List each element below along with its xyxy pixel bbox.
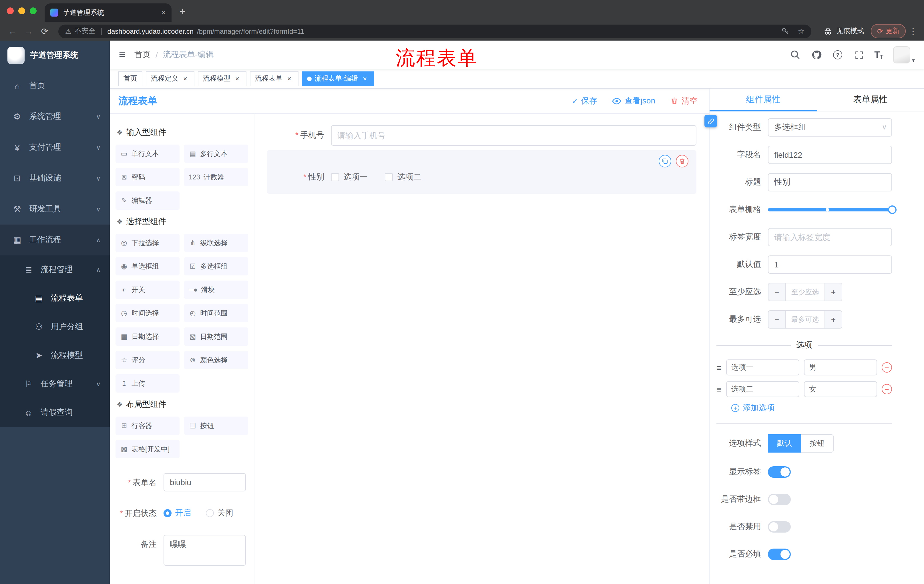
stepper-minus-button[interactable]: −	[769, 311, 785, 328]
delete-item-button[interactable]	[676, 155, 688, 168]
add-option-button[interactable]: + 添加选项	[731, 403, 892, 413]
max-select-value[interactable]: 最多可选	[785, 311, 825, 328]
tag-close-icon[interactable]: ×	[233, 74, 241, 82]
key-icon[interactable]	[780, 25, 791, 37]
link-icon[interactable]	[705, 115, 717, 127]
sidebar-menu-item[interactable]: ⚇ 用户分组	[0, 313, 110, 341]
component-type-select[interactable]	[768, 118, 892, 137]
component-library-item[interactable]: ▦ 日期选择	[116, 327, 180, 346]
component-library-item[interactable]: ◴ 时间范围	[184, 304, 248, 322]
clear-button[interactable]: 清空	[670, 96, 698, 106]
form-remark-textarea[interactable]: 嘿嘿	[163, 535, 246, 566]
sidebar-menu-item[interactable]: ⚒ 研发工具 ∨	[0, 194, 110, 225]
component-library-item[interactable]: ☑ 多选框组	[184, 257, 248, 275]
tab-component-props[interactable]: 组件属性	[710, 89, 817, 111]
forward-icon[interactable]: →	[22, 26, 35, 36]
component-library-item[interactable]: ⊚ 颜色选择	[184, 351, 248, 369]
phone-input[interactable]	[331, 125, 696, 146]
reload-icon[interactable]: ⟳	[38, 26, 51, 36]
view-json-button[interactable]: 查看json	[612, 96, 655, 106]
component-library-item[interactable]: ⋔ 级联选择	[184, 234, 248, 252]
bookmark-star-icon[interactable]: ☆	[798, 27, 805, 35]
new-tab-button[interactable]: +	[180, 6, 186, 18]
search-icon[interactable]	[790, 49, 801, 61]
window-zoom-button[interactable]	[30, 7, 36, 14]
tag-close-icon[interactable]: ×	[361, 74, 369, 82]
status-radio-off[interactable]: 关闭	[206, 508, 233, 518]
label-width-input[interactable]	[768, 228, 892, 246]
min-select-value[interactable]: 至少应选	[785, 283, 825, 301]
option-value-input[interactable]	[804, 381, 877, 397]
tab-form-props[interactable]: 表单属性	[817, 89, 924, 111]
field-name-input[interactable]	[768, 146, 892, 164]
tag-close-icon[interactable]: ×	[285, 74, 293, 82]
hamburger-icon[interactable]: ≡	[119, 49, 125, 61]
fullscreen-icon[interactable]	[853, 49, 865, 61]
component-library-item[interactable]: ☆ 评分	[116, 351, 180, 369]
drag-handle-icon[interactable]: ≡	[716, 384, 722, 394]
component-library-item[interactable]: ↥ 上传	[116, 374, 180, 393]
browser-update-button[interactable]: ⟳ 更新	[871, 24, 906, 38]
option-style-button[interactable]: 默认	[768, 434, 801, 452]
component-library-item[interactable]: ▤ 多行文本	[184, 145, 248, 163]
user-avatar[interactable]: ▾	[893, 46, 915, 63]
toggle-switch[interactable]	[768, 521, 791, 533]
component-library-item[interactable]: ◷ 时间选择	[116, 304, 180, 322]
sidebar-menu-item[interactable]: ▦ 工作流程 ∧	[0, 225, 110, 255]
default-value-input[interactable]	[768, 255, 892, 274]
option-style-button[interactable]: 按钮	[801, 434, 834, 452]
component-library-item[interactable]: ▩ 表格[开发中]	[116, 440, 180, 458]
page-tag[interactable]: 流程表单-编辑 ×	[302, 71, 374, 86]
form-item-phone[interactable]: *手机号	[267, 125, 696, 146]
checkbox-box[interactable]	[331, 173, 339, 181]
checkbox-option[interactable]: 选项二	[385, 172, 421, 182]
component-library-item[interactable]: ─● 滑块	[184, 281, 248, 299]
sidebar-menu-item[interactable]: ⊡ 基础设施 ∨	[0, 163, 110, 194]
option-label-input[interactable]	[726, 359, 799, 375]
browser-menu-icon[interactable]: ⋮	[908, 26, 918, 36]
slider-handle[interactable]	[888, 206, 896, 214]
component-library-item[interactable]: ✎ 编辑器	[116, 191, 180, 210]
component-library-item[interactable]: ◐ 开关	[116, 281, 180, 299]
checkbox-option[interactable]: 选项一	[331, 172, 368, 182]
option-label-input[interactable]	[726, 381, 799, 397]
remove-option-button[interactable]: −	[882, 362, 892, 373]
drag-handle-icon[interactable]: ≡	[716, 363, 722, 372]
github-icon[interactable]	[811, 49, 822, 61]
tag-close-icon[interactable]: ×	[181, 74, 189, 82]
stepper-plus-button[interactable]: +	[825, 311, 842, 328]
toggle-switch[interactable]	[768, 466, 791, 478]
component-library-item[interactable]: ⊞ 行容器	[116, 416, 180, 435]
component-library-item[interactable]: ▭ 单行文本	[116, 145, 180, 163]
tab-close-icon[interactable]: ×	[161, 8, 166, 17]
back-icon[interactable]: ←	[6, 26, 20, 36]
title-input[interactable]	[768, 173, 892, 191]
help-icon[interactable]: ?	[832, 49, 843, 61]
page-tag[interactable]: 首页	[118, 71, 142, 86]
page-tag[interactable]: 流程定义 ×	[146, 71, 195, 86]
sidebar-menu-item[interactable]: ⚙ 系统管理 ∨	[0, 101, 110, 132]
copy-item-button[interactable]	[659, 155, 671, 168]
window-minimize-button[interactable]	[18, 7, 25, 14]
grid-slider[interactable]	[768, 201, 892, 219]
component-library-item[interactable]: ◎ 下拉选择	[116, 234, 180, 252]
sidebar-menu-item[interactable]: ¥ 支付管理 ∨	[0, 132, 110, 163]
sidebar-menu-item[interactable]: ⚐ 任务管理 ∨	[0, 370, 110, 398]
component-library-item[interactable]: ▧ 日期范围	[184, 327, 248, 346]
address-bar[interactable]: ⚠ 不安全 dashboard.yudao.iocoder.cn /bpm/ma…	[58, 24, 811, 38]
toggle-switch[interactable]	[768, 549, 791, 560]
window-close-button[interactable]	[7, 7, 14, 14]
form-item-gender[interactable]: *性别 选项一	[267, 150, 696, 194]
option-value-input[interactable]	[804, 359, 877, 375]
sidebar-menu-item[interactable]: ≣ 流程管理 ∧	[0, 255, 110, 284]
stepper-minus-button[interactable]: −	[769, 283, 785, 301]
save-button[interactable]: ✓ 保存	[571, 96, 597, 106]
page-tag[interactable]: 流程模型 ×	[198, 71, 246, 86]
browser-tab[interactable]: 芋道管理系统 ×	[45, 3, 172, 22]
stepper-plus-button[interactable]: +	[825, 283, 842, 301]
component-library-item[interactable]: 123 计数器	[184, 168, 248, 186]
component-library-item[interactable]: ◉ 单选框组	[116, 257, 180, 275]
checkbox-box[interactable]	[385, 173, 393, 181]
form-name-input[interactable]	[163, 473, 246, 492]
remove-option-button[interactable]: −	[882, 384, 892, 394]
